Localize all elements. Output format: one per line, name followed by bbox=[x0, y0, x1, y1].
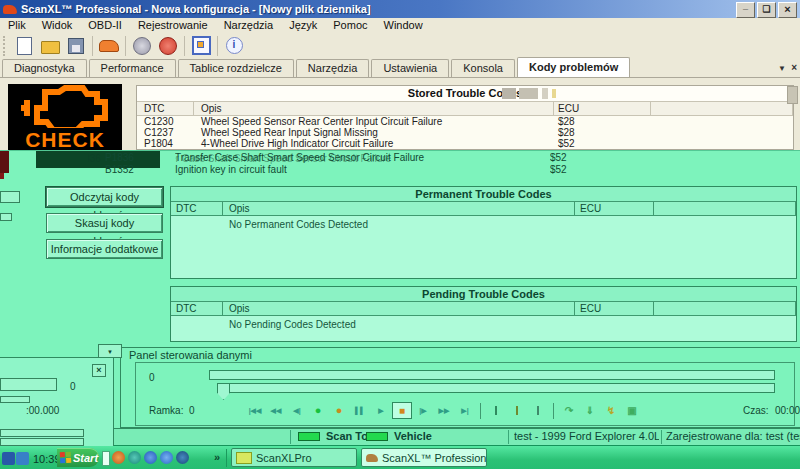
restore-icon[interactable] bbox=[757, 2, 776, 18]
record-icon[interactable]: ● bbox=[308, 402, 328, 419]
column-opis[interactable]: Opis bbox=[194, 102, 554, 115]
read-codes-button[interactable]: Odczytaj kody problemów bbox=[46, 187, 163, 207]
connect-button[interactable] bbox=[129, 35, 155, 57]
pause-icon[interactable]: ▌▌ bbox=[350, 402, 370, 419]
tab-close-icon[interactable] bbox=[791, 62, 797, 73]
column-ecu[interactable]: ECU bbox=[575, 302, 654, 315]
dashboard-layout-icon bbox=[192, 36, 211, 55]
range-slider-track[interactable] bbox=[223, 383, 775, 393]
glitch-artifact bbox=[552, 89, 556, 98]
menu-item-widok[interactable]: Widok bbox=[34, 18, 81, 33]
new-file-button[interactable] bbox=[11, 35, 37, 57]
pending-table-header: DTC Opis ECU bbox=[171, 302, 796, 316]
tab-ustawienia[interactable]: Ustawienia bbox=[371, 59, 449, 77]
tray-icon[interactable] bbox=[2, 452, 15, 465]
tab-narzedzia[interactable]: Narzędzia bbox=[296, 59, 370, 77]
check-label: CHECK bbox=[8, 130, 122, 150]
taskbar-button-scanxl[interactable]: ScanXL™ Professional... bbox=[361, 448, 487, 467]
skip-to-end-icon[interactable]: ▶| bbox=[455, 402, 475, 419]
layout-button[interactable] bbox=[188, 35, 214, 57]
skip-to-start-icon[interactable]: |◀◀ bbox=[245, 402, 265, 419]
save-file-button[interactable] bbox=[63, 35, 89, 57]
status-divider bbox=[508, 430, 509, 444]
task-label: ScanXLPro bbox=[256, 452, 312, 464]
flash-icon[interactable]: ↯ bbox=[601, 402, 621, 419]
open-log-button[interactable] bbox=[507, 402, 527, 419]
quick-launch-icon[interactable] bbox=[128, 451, 141, 464]
column-ecu[interactable]: ECU bbox=[575, 202, 654, 215]
tray-icon[interactable] bbox=[16, 452, 29, 465]
monitor-icon[interactable]: ▣ bbox=[622, 402, 642, 419]
menu-item-narzedzia[interactable]: Narzędzia bbox=[216, 18, 282, 33]
disconnect-button[interactable] bbox=[155, 35, 181, 57]
tab-tablice-rozdzielcze[interactable]: Tablice rozdzielcze bbox=[178, 59, 294, 77]
column-dtc[interactable]: DTC bbox=[171, 202, 223, 215]
step-back-icon[interactable]: ◀| bbox=[287, 402, 307, 419]
menu-item-pomoc[interactable]: Pomoc bbox=[325, 18, 375, 33]
ghost-fragment bbox=[0, 438, 84, 446]
mark-icon[interactable]: ● bbox=[329, 402, 349, 419]
frame-label: Ramka: bbox=[149, 405, 183, 416]
save-icon bbox=[68, 38, 84, 54]
table-row[interactable]: P1836 Transfer Case Shaft Smart Speed Se… bbox=[88, 152, 796, 164]
menu-item-window[interactable]: Window bbox=[376, 18, 431, 33]
cell-opis: Wheel Speed Rear Input Signal Missing bbox=[194, 127, 554, 138]
window-title: ScanXL™ Professional - Nowa konfiguracja… bbox=[21, 3, 371, 15]
step-forward-icon[interactable]: |▶ bbox=[413, 402, 433, 419]
table-row[interactable]: C1237 Wheel Speed Rear Input Signal Miss… bbox=[137, 127, 793, 138]
check-engine-icon bbox=[15, 84, 115, 128]
column-dtc[interactable]: DTC bbox=[137, 102, 194, 115]
fast-forward-icon[interactable]: ▶▶ bbox=[434, 402, 454, 419]
glitch-artifact bbox=[542, 88, 548, 99]
additional-info-button[interactable]: Informacje dodatkowe bbox=[46, 239, 163, 259]
tab-scroll-down-icon[interactable] bbox=[778, 64, 786, 73]
position-slider-track[interactable] bbox=[209, 370, 775, 380]
tab-performance[interactable]: Performance bbox=[89, 59, 176, 77]
new-log-button[interactable] bbox=[486, 402, 506, 419]
ghost-close-icon[interactable] bbox=[92, 364, 106, 377]
quick-launch-icon[interactable] bbox=[112, 451, 125, 464]
start-button[interactable]: Start bbox=[57, 448, 99, 467]
play-icon[interactable]: ▶ bbox=[371, 402, 391, 419]
menu-item-rejestrowanie[interactable]: Rejestrowanie bbox=[130, 18, 216, 33]
table-row[interactable]: C1230 Wheel Speed Sensor Rear Center Inp… bbox=[137, 116, 793, 127]
undo-icon[interactable]: ↷ bbox=[559, 402, 579, 419]
taskbar-divider bbox=[226, 449, 227, 467]
column-ecu[interactable]: ECU bbox=[554, 102, 651, 115]
tab-konsola[interactable]: Konsola bbox=[451, 59, 515, 77]
scrollbar-fragment[interactable] bbox=[787, 86, 798, 104]
table-row[interactable]: B1352 Ignition key in circuit fault $52 bbox=[88, 164, 796, 176]
menu-item-plik[interactable]: Plik bbox=[0, 18, 34, 33]
column-dtc[interactable]: DTC bbox=[171, 302, 223, 315]
chevron-icon[interactable]: » bbox=[214, 451, 220, 463]
save-log-button[interactable] bbox=[528, 402, 548, 419]
column-opis[interactable]: Opis bbox=[223, 302, 575, 315]
task-label: ScanXL™ Professional... bbox=[382, 452, 486, 464]
ghost-time: :00.000 bbox=[26, 405, 59, 416]
info-button[interactable] bbox=[221, 35, 247, 57]
tab-diagnostyka[interactable]: Diagnostyka bbox=[2, 59, 87, 77]
quick-launch-icon[interactable] bbox=[160, 451, 173, 464]
quick-launch-icon[interactable] bbox=[144, 451, 157, 464]
quick-launch-icon[interactable] bbox=[102, 451, 110, 466]
tab-kody-problemow[interactable]: Kody problemów bbox=[517, 57, 630, 77]
rewind-icon[interactable]: ◀◀ bbox=[266, 402, 286, 419]
download-icon[interactable]: ⇓ bbox=[580, 402, 600, 419]
data-control-panel: Panel sterowania danymi 0 Ramka: 0 |◀◀ ◀… bbox=[120, 347, 800, 428]
table-row[interactable]: P1804 4-Wheel Drive High Indicator Circu… bbox=[137, 138, 793, 149]
clear-codes-button[interactable]: Skasuj kody problemów bbox=[46, 213, 163, 233]
menu-item-obd2[interactable]: OBD-II bbox=[80, 18, 130, 33]
ghost-dropdown-fragment bbox=[98, 344, 122, 358]
open-file-button[interactable] bbox=[37, 35, 63, 57]
minimize-icon[interactable] bbox=[736, 2, 755, 18]
column-opis[interactable]: Opis bbox=[223, 202, 575, 215]
stop-icon[interactable]: ■ bbox=[392, 402, 412, 419]
vehicle-button[interactable] bbox=[96, 35, 122, 57]
taskbar-button-scanxlpro[interactable]: ScanXLPro bbox=[231, 448, 357, 467]
quick-launch-icon[interactable] bbox=[176, 451, 189, 464]
glitch-artifact bbox=[0, 151, 9, 173]
info-icon bbox=[226, 37, 243, 54]
menu-item-jezyk[interactable]: Język bbox=[281, 18, 325, 33]
scan-tool-led bbox=[298, 432, 320, 441]
close-icon[interactable] bbox=[778, 2, 797, 18]
